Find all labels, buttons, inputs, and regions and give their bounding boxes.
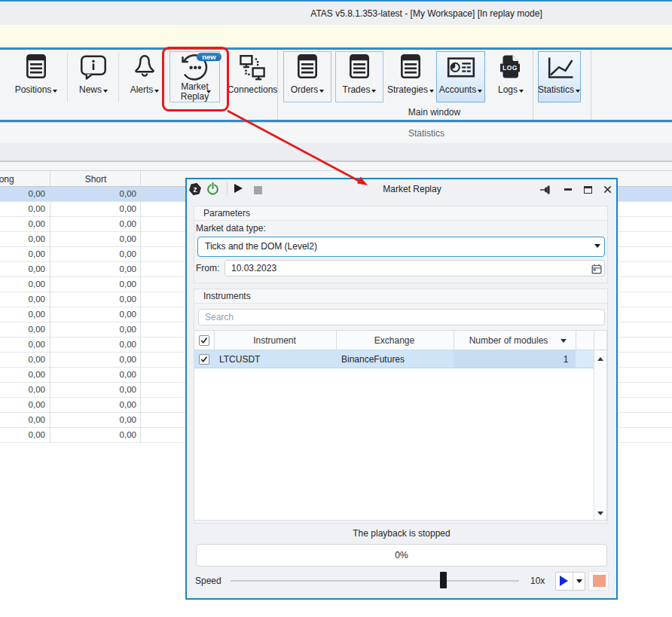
svg-text:LOG: LOG — [502, 64, 518, 72]
svg-text:z: z — [194, 185, 197, 194]
